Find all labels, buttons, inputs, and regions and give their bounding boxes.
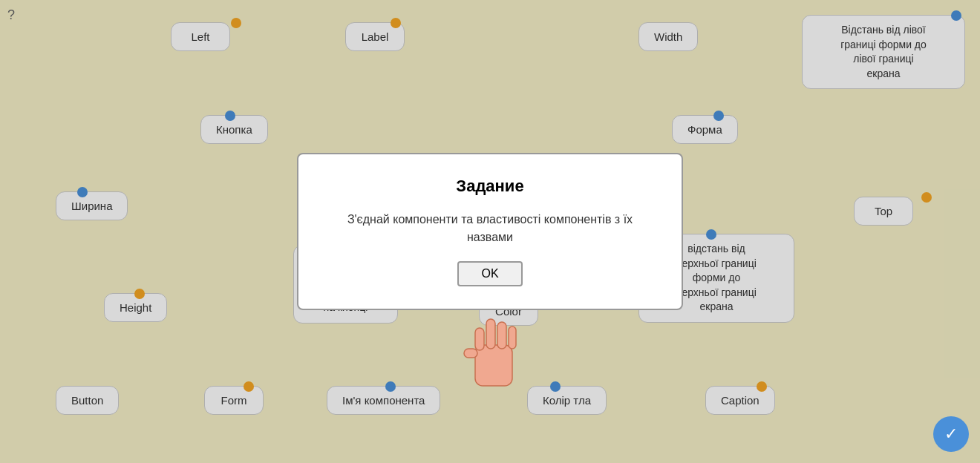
bottom-right-check-button[interactable]: ✓ xyxy=(933,416,969,452)
modal-body: З'єднай компоненти та властивості компон… xyxy=(328,211,652,246)
modal-title: Задание xyxy=(328,177,652,196)
modal-dialog: Задание З'єднай компоненти та властивост… xyxy=(297,153,683,310)
modal-overlay: Задание З'єднай компоненти та властивост… xyxy=(0,0,980,463)
modal-ok-button[interactable]: OK xyxy=(457,261,522,286)
